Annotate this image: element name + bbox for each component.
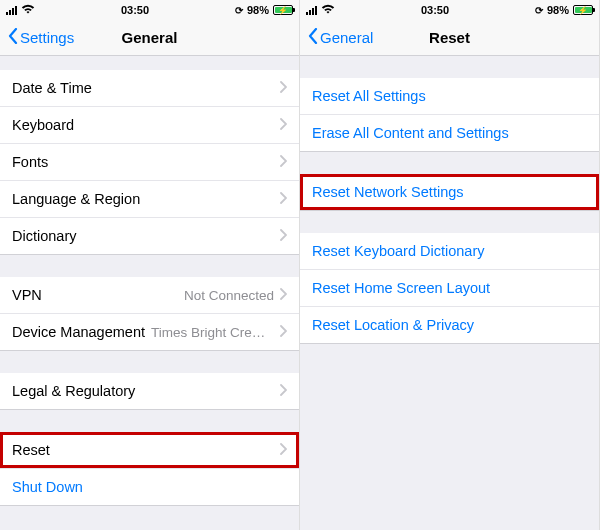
- battery-percent: 98%: [547, 4, 569, 16]
- battery-icon: ⚡: [573, 5, 593, 15]
- nav-title-general: General: [122, 29, 178, 46]
- row-keyboard[interactable]: Keyboard: [0, 107, 299, 144]
- battery-icon: ⚡: [273, 5, 293, 15]
- row-vpn[interactable]: VPN Not Connected: [0, 277, 299, 314]
- wifi-icon: [321, 4, 335, 16]
- rotation-lock-icon: ⟳: [535, 5, 543, 16]
- row-label: Reset: [12, 442, 280, 458]
- chevron-right-icon: [280, 324, 287, 340]
- screen-reset: 03:50 ⟳ 98% ⚡ General Reset Reset All Se…: [300, 0, 600, 530]
- rotation-lock-icon: ⟳: [235, 5, 243, 16]
- status-bar: 03:50 ⟳ 98% ⚡: [0, 0, 299, 20]
- chevron-right-icon: [280, 287, 287, 303]
- row-detail: Times Bright CreSu…: [151, 325, 274, 340]
- screen-general: 03:50 ⟳ 98% ⚡ Settings General Date & Ti…: [0, 0, 300, 530]
- row-device-management[interactable]: Device Management Times Bright CreSu…: [0, 314, 299, 351]
- row-date-time[interactable]: Date & Time: [0, 70, 299, 107]
- row-label: Dictionary: [12, 228, 280, 244]
- chevron-right-icon: [280, 442, 287, 458]
- chevron-right-icon: [280, 154, 287, 170]
- nav-bar-general: Settings General: [0, 20, 299, 56]
- row-label: Date & Time: [12, 80, 280, 96]
- row-label: Reset Network Settings: [312, 184, 587, 200]
- row-label: Reset Keyboard Dictionary: [312, 243, 587, 259]
- back-label: Settings: [20, 29, 74, 46]
- status-bar: 03:50 ⟳ 98% ⚡: [300, 0, 599, 20]
- row-erase-all-content[interactable]: Erase All Content and Settings: [300, 115, 599, 152]
- chevron-right-icon: [280, 228, 287, 244]
- wifi-icon: [21, 4, 35, 16]
- signal-icon: [6, 6, 17, 15]
- chevron-right-icon: [280, 191, 287, 207]
- row-dictionary[interactable]: Dictionary: [0, 218, 299, 255]
- row-reset[interactable]: Reset: [0, 432, 299, 469]
- row-label: Reset Home Screen Layout: [312, 280, 587, 296]
- chevron-right-icon: [280, 80, 287, 96]
- row-language-region[interactable]: Language & Region: [0, 181, 299, 218]
- status-time: 03:50: [121, 4, 149, 16]
- row-reset-home-screen[interactable]: Reset Home Screen Layout: [300, 270, 599, 307]
- row-reset-all-settings[interactable]: Reset All Settings: [300, 78, 599, 115]
- row-label: Reset All Settings: [312, 88, 587, 104]
- chevron-right-icon: [280, 383, 287, 399]
- row-label: Legal & Regulatory: [12, 383, 280, 399]
- nav-bar-reset: General Reset: [300, 20, 599, 56]
- back-button-general[interactable]: General: [308, 28, 373, 47]
- row-reset-location-privacy[interactable]: Reset Location & Privacy: [300, 307, 599, 344]
- row-reset-network-settings[interactable]: Reset Network Settings: [300, 174, 599, 211]
- row-label: Reset Location & Privacy: [312, 317, 587, 333]
- row-reset-keyboard-dictionary[interactable]: Reset Keyboard Dictionary: [300, 233, 599, 270]
- row-legal-regulatory[interactable]: Legal & Regulatory: [0, 373, 299, 410]
- row-detail: Not Connected: [184, 288, 274, 303]
- general-content: Date & Time Keyboard Fonts Language & Re…: [0, 56, 299, 530]
- row-label: Keyboard: [12, 117, 280, 133]
- back-button-settings[interactable]: Settings: [8, 28, 74, 47]
- row-label: Erase All Content and Settings: [312, 125, 587, 141]
- row-label: Language & Region: [12, 191, 280, 207]
- status-time: 03:50: [421, 4, 449, 16]
- row-shut-down[interactable]: Shut Down: [0, 469, 299, 506]
- chevron-right-icon: [280, 117, 287, 133]
- row-label: Shut Down: [12, 479, 287, 495]
- signal-icon: [306, 6, 317, 15]
- chevron-left-icon: [8, 28, 18, 47]
- back-label: General: [320, 29, 373, 46]
- row-label: Device Management: [12, 324, 145, 340]
- row-label: Fonts: [12, 154, 280, 170]
- battery-percent: 98%: [247, 4, 269, 16]
- row-fonts[interactable]: Fonts: [0, 144, 299, 181]
- chevron-left-icon: [308, 28, 318, 47]
- nav-title-reset: Reset: [429, 29, 470, 46]
- reset-content: Reset All Settings Erase All Content and…: [300, 56, 599, 530]
- row-label: VPN: [12, 287, 184, 303]
